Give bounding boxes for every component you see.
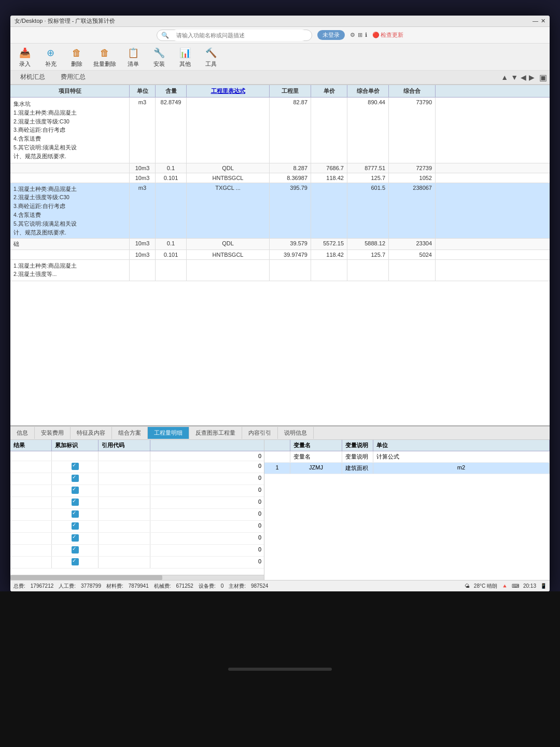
cumulative-0 (52, 451, 99, 461)
bottom-right-row[interactable]: 1 JZMJ 建筑面积 m2 (264, 463, 550, 474)
bottom-tab-notes[interactable]: 说明信息 (278, 427, 314, 439)
td-content-7 (156, 260, 187, 281)
checkbox-7[interactable] (72, 534, 79, 542)
network-icon: 🔺 (501, 583, 508, 589)
list-item: 0 (10, 461, 264, 473)
main-area: 项目特征 单位 含量 工程里表达式 工程里 单价 综合单价 综合合 集水坑 (10, 85, 550, 591)
td-qty-1: 82.87 (270, 98, 311, 163)
brh2-formula: 计算公式 (373, 451, 550, 462)
toolbar-delete-label: 删除 (71, 60, 82, 68)
search-input[interactable] (171, 30, 307, 41)
bottom-tab-combo[interactable]: 组合方案 (112, 427, 148, 439)
toolbar-import[interactable]: 📥 录入 (16, 46, 34, 68)
table-row[interactable]: 集水坑 1.混凝土种类:商品混凝土 2.混凝土强度等级:C30 3.商砼运距:自… (10, 98, 550, 163)
close-btn[interactable]: ✕ (541, 18, 545, 24)
table-row[interactable]: 1.混凝土种类:商品混凝土2.混凝土强度等... (10, 260, 550, 281)
toolbar-tools[interactable]: 🔨 工具 (202, 46, 220, 68)
list-item: 0 (10, 497, 264, 509)
weather-text: 28°C 晴朗 (474, 583, 497, 590)
td-content-5: 0.1 (156, 239, 187, 250)
td-cprice-5: 5888.12 (347, 239, 389, 250)
td-feature-6 (10, 250, 130, 259)
bottom-scrollbar-h[interactable] (10, 575, 264, 580)
td-cprice-7 (347, 260, 389, 281)
minimize-btn[interactable]: — (533, 18, 538, 24)
td-unit-5: 10m3 (130, 239, 156, 250)
toolbar-delete[interactable]: 🗑 删除 (67, 46, 86, 68)
checkbox-4[interactable] (72, 499, 79, 506)
stand (228, 668, 332, 671)
checkbox-1[interactable] (72, 463, 79, 470)
td-content-4 (156, 183, 187, 239)
tab-nav: ▲ ▼ ◀ ▶ ▣ (501, 73, 547, 82)
extra-3: 0 (150, 485, 264, 496)
tab-material-summary[interactable]: 材机汇总 (13, 71, 52, 85)
checkbox-3[interactable] (72, 487, 79, 494)
table-row[interactable]: 10m3 0.101 HNTBSGCL 39.97479 118.42 125.… (10, 250, 550, 260)
cumulative-8 (52, 545, 99, 556)
bottom-tab-quantity[interactable]: 工程量明细 (148, 427, 189, 439)
toolbar-install[interactable]: 🔧 安装 (150, 46, 168, 68)
td-formula-7 (187, 260, 270, 281)
info-icon[interactable]: ℹ (365, 32, 367, 38)
labor-value: 3778799 (81, 583, 101, 589)
toolbar-other[interactable]: 📊 其他 (176, 46, 194, 68)
table-row[interactable]: 10m3 0.101 HNTBSGCL 8.36987 118.42 125.7… (10, 173, 550, 183)
toolbar-supplement[interactable]: ⊕ 补充 (41, 46, 60, 68)
td-cprice-3: 125.7 (347, 173, 389, 183)
table-row[interactable]: 础 10m3 0.1 QDL 39.579 5572.15 5888.12 23… (10, 239, 550, 250)
code-2 (99, 473, 150, 485)
bottom-content: 结果 累加标识 引用代码 0 (10, 440, 550, 580)
toolbar-list[interactable]: 📋 清单 (124, 46, 142, 68)
weather-icon: 🌤 (465, 583, 470, 589)
import-icon: 📥 (18, 46, 32, 60)
bottom-tab-bar: 信息 安装费用 特征及内容 组合方案 工程量明细 反查图形工程量 内容引引 说明… (10, 426, 550, 440)
panel-toggle-icon[interactable]: ▣ (539, 73, 547, 82)
table-row[interactable]: 10m3 0.1 QDL 8.287 7686.7 8777.51 72739 (10, 163, 550, 173)
td-uprice-6: 118.42 (311, 250, 347, 259)
material-value: 7879941 (129, 583, 149, 589)
td-uprice-4 (311, 183, 347, 239)
bottom-tab-graphcheck[interactable]: 反查图形工程量 (189, 427, 242, 439)
toolbar-import-label: 录入 (19, 60, 31, 68)
td-uprice-7 (311, 260, 347, 281)
checkbox-2[interactable] (72, 475, 79, 482)
result-4 (10, 497, 52, 508)
settings-icon[interactable]: ⚙ (350, 32, 355, 38)
td-formula-2: QDL (187, 163, 270, 173)
bottom-tab-content-ref[interactable]: 内容引引 (242, 427, 278, 439)
bottom-right-header2: 变量名 变量说明 计算公式 (264, 451, 550, 463)
td-cprice-6: 125.7 (347, 250, 389, 259)
checkbox-5[interactable] (72, 510, 79, 518)
nav-right-icon[interactable]: ▶ (529, 73, 535, 81)
td-total-6: 5024 (389, 250, 436, 259)
bottom-tab-features[interactable]: 特征及内容 (71, 427, 112, 439)
td-unit-7 (130, 260, 156, 281)
checkbox-8[interactable] (72, 546, 79, 554)
delete-icon: 🗑 (69, 46, 84, 60)
check-update-btn[interactable]: 🔴 检查更新 (372, 31, 403, 39)
checkbox-9[interactable] (72, 558, 79, 565)
bottom-tab-info[interactable]: 信息 (10, 427, 35, 439)
bottom-tab-install[interactable]: 安装费用 (35, 427, 71, 439)
result-0 (10, 451, 52, 461)
nav-up-icon[interactable]: ▲ (501, 73, 508, 81)
screen-bottom (0, 591, 560, 747)
table-header: 项目特征 单位 含量 工程里表达式 工程里 单价 综合单价 综合合 (10, 85, 550, 98)
nav-left-icon[interactable]: ◀ (521, 73, 526, 81)
bottom-left-rows: 0 0 (10, 451, 264, 575)
nav-down-icon[interactable]: ▼ (511, 73, 518, 81)
toolbar-batch-delete[interactable]: 🗑 批量删除 (93, 46, 116, 68)
th-unit-price: 单价 (311, 85, 347, 97)
install-icon: 🔧 (152, 46, 166, 60)
list-item: 0 (10, 557, 264, 569)
login-button[interactable]: 未登录 (317, 30, 345, 40)
checkbox-6[interactable] (72, 522, 79, 530)
extra-9: 0 (150, 557, 264, 568)
tab-cost-summary[interactable]: 费用汇总 (53, 71, 93, 85)
result-7 (10, 533, 52, 544)
list-item: 0 (10, 451, 264, 461)
table-row-highlighted[interactable]: 1.混凝土种类:商品混凝土 2.混凝土强度等级:C30 3.商砼运距:自行考虑 … (10, 183, 550, 239)
grid-icon[interactable]: ⊞ (358, 32, 362, 38)
extra-1: 0 (150, 461, 264, 473)
